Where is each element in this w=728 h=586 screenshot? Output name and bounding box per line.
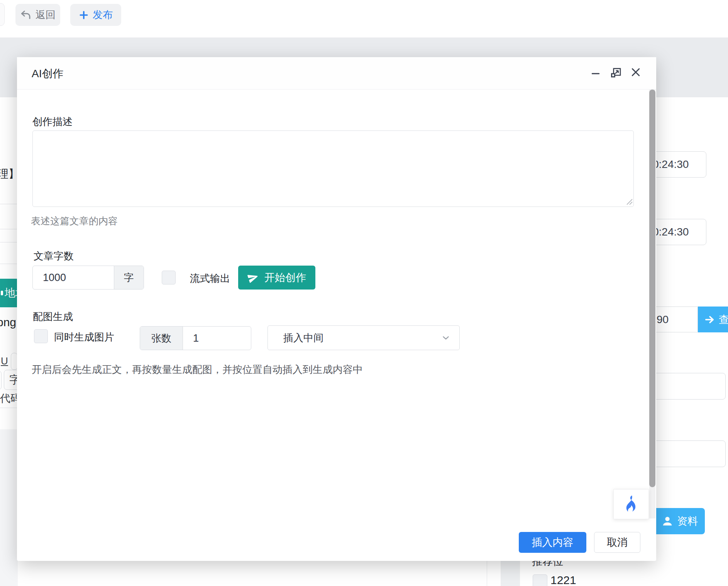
word-count-unit: 字 [114,266,144,289]
view-button[interactable]: 查看 [698,307,728,332]
description-label: 创作描述 [32,115,73,129]
minimize-icon[interactable] [589,66,602,79]
dialog-scrollbar-thumb[interactable] [649,90,655,487]
image-generation-help-text: 开启后会先生成正文，再按数量生成配图，并按位置自动插入到生成内容中 [32,363,363,376]
publish-button[interactable]: 发布 [70,4,121,26]
clipped-filename-text: png [0,316,16,329]
table-gutter-cell [501,561,520,586]
ai-creation-dialog: AI创作 创作描述 [17,57,656,561]
panel-divider [487,561,487,586]
insert-position-select[interactable]: 插入中间 [267,325,460,350]
screen: 返回 发布 理】 地址 png U 字 代码 0:24:30 0:24:30 9… [0,0,728,586]
person-icon [662,515,673,527]
profile-button-label: 资料 [677,514,698,528]
clipped-input-border [0,242,18,242]
back-arrow-icon [20,9,32,21]
chevron-down-icon [441,333,451,343]
dialog-title: AI创作 [32,66,63,81]
word-count-label: 文章字数 [34,249,74,263]
clipped-page-title-text: 理】 [0,167,19,181]
plus-icon [79,10,89,20]
top-toolbar: 返回 发布 [0,0,728,38]
clipped-toolbar-button[interactable] [0,3,5,26]
image-generation-label: 配图生成 [33,310,73,323]
word-count-input[interactable]: 1000 [33,266,114,289]
description-textarea[interactable] [32,130,634,207]
start-creation-button[interactable]: 开始创作 [238,266,315,290]
recommend-checkbox[interactable] [533,574,547,586]
insert-content-button[interactable]: 插入内容 [519,532,586,553]
stream-output-checkbox[interactable] [162,271,176,285]
dialog-scrollbar-track[interactable] [649,90,655,518]
recommend-slot-value: 1221 [550,574,576,586]
back-button-label: 返回 [36,8,56,22]
image-count-group: 张数 1 [140,326,251,350]
editor-toolbar-border [0,408,18,408]
editor-underline-button[interactable]: U [1,355,8,367]
clipped-input-border [0,204,18,204]
insert-position-value: 插入中间 [268,331,323,345]
clipped-editor-button[interactable] [0,371,2,390]
clipped-input-border [0,229,18,229]
send-icon [246,270,261,285]
start-creation-label: 开始创作 [264,271,306,285]
word-count-group: 1000 字 [32,266,144,290]
clipped-editor-area [0,429,18,586]
image-count-input[interactable]: 1 [183,327,251,350]
back-button[interactable]: 返回 [15,4,60,26]
maximize-icon[interactable] [609,66,622,79]
dialog-header[interactable]: AI创作 [17,57,656,90]
debug-toolbar-widget[interactable] [613,489,649,519]
publish-button-label: 发布 [93,8,113,22]
close-icon[interactable] [629,66,642,79]
stream-output-label: 流式输出 [190,272,230,285]
clipped-input-border [0,264,18,264]
image-count-addon: 张数 [140,327,183,350]
description-help-text: 表述这篇文章的内容 [31,215,118,227]
arrow-right-icon [704,314,715,325]
cancel-button[interactable]: 取消 [594,532,640,553]
generate-image-label: 同时生成图片 [54,330,114,344]
flame-icon [623,495,639,513]
cancel-label: 取消 [607,535,628,549]
view-button-label: 查看 [719,313,728,327]
generate-image-checkbox[interactable] [34,329,48,343]
insert-content-label: 插入内容 [532,535,574,549]
